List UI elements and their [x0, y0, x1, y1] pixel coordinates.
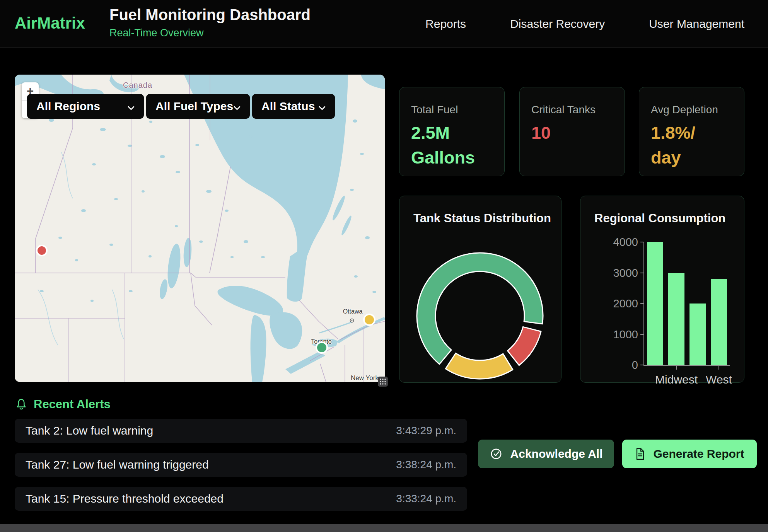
- alert-list-item[interactable]: Tank 27: Low fuel warning triggered 3:38…: [15, 453, 467, 477]
- generate-report-button[interactable]: Generate Report: [622, 440, 757, 468]
- tank-marker-warning[interactable]: [364, 314, 375, 325]
- check-circle-icon: [490, 447, 503, 460]
- chart-title: Regional Consumption: [594, 211, 725, 225]
- bar: [689, 304, 706, 365]
- stat-label: Avg Depletion: [651, 104, 732, 116]
- title-block: Fuel Monitoring Dashboard Real-Time Over…: [109, 6, 311, 39]
- x-axis-tick-label: West: [706, 373, 732, 386]
- bar: [647, 242, 663, 365]
- region-filter-value: All Regions: [36, 100, 100, 113]
- regional-consumption-panel: Regional Consumption 01000200030004000Mi…: [580, 196, 744, 383]
- stat-card-total-fuel: Total Fuel 2.5M Gallons: [399, 87, 505, 176]
- stat-label: Total Fuel: [411, 104, 493, 116]
- regional-consumption-bar-chart: 01000200030004000MidwestWest: [643, 242, 730, 366]
- donut-segment-critical: [507, 327, 541, 365]
- nav-user-management[interactable]: User Management: [649, 17, 744, 31]
- y-axis-tick: [640, 334, 643, 335]
- tank-marker-normal[interactable]: [316, 342, 327, 353]
- stat-value: 10: [531, 121, 613, 145]
- recent-alerts-heading: Recent Alerts: [15, 397, 111, 411]
- grip-dots-icon: [379, 378, 387, 385]
- alert-text: Tank 15: Pressure threshold exceeded: [26, 492, 224, 505]
- x-axis-tick-label: Midwest: [655, 373, 698, 386]
- y-axis-tick: [640, 365, 643, 365]
- stat-value-line1: 2.5M: [411, 121, 493, 145]
- fuel-type-filter-select[interactable]: All Fuel Types: [146, 94, 250, 119]
- ottawa-town-dot: [352, 320, 353, 321]
- stat-value-line2: day: [651, 145, 732, 170]
- fuel-type-filter-value: All Fuel Types: [155, 100, 233, 113]
- map-filters: All Regions All Fuel Types All Status: [27, 94, 335, 119]
- stat-value-line1: 1.8%/: [651, 121, 732, 145]
- country-label: Canada: [123, 81, 152, 89]
- y-axis-tick-label: 0: [632, 359, 638, 372]
- donut-segment-warning: [445, 353, 513, 379]
- main-nav: Reports Disaster Recovery User Managemen…: [425, 0, 744, 48]
- map-resize-handle[interactable]: [378, 377, 388, 387]
- tank-marker-critical[interactable]: [37, 246, 47, 256]
- city-label-ottawa: Ottawa: [343, 308, 363, 315]
- stat-card-avg-depletion: Avg Depletion 1.8%/ day: [639, 87, 744, 176]
- stat-value-line2: Gallons: [411, 145, 493, 170]
- city-label-new-york: New York: [351, 374, 379, 382]
- map-canvas: Canada Ottawa Toronto New York: [15, 75, 385, 382]
- page-title: Fuel Monitoring Dashboard: [109, 6, 311, 24]
- tank-status-panel: Tank Status Distribution: [399, 196, 561, 383]
- nav-reports[interactable]: Reports: [425, 17, 466, 31]
- status-filter-select[interactable]: All Status: [252, 94, 335, 119]
- fuel-map[interactable]: Canada Ottawa Toronto New York + − All R…: [15, 75, 385, 382]
- bar: [711, 279, 727, 365]
- stat-value: 2.5M Gallons: [411, 121, 493, 170]
- alert-list-item[interactable]: Tank 15: Pressure threshold exceeded 3:3…: [15, 487, 467, 511]
- generate-report-label: Generate Report: [653, 447, 744, 460]
- chevron-down-icon: [319, 100, 326, 113]
- y-axis-tick-label: 4000: [613, 236, 638, 249]
- alert-time: 3:43:29 p.m.: [396, 425, 456, 437]
- y-axis-tick-label: 2000: [613, 297, 638, 310]
- recent-alerts-title: Recent Alerts: [34, 397, 111, 411]
- app-header: AirMatrix Fuel Monitoring Dashboard Real…: [0, 0, 768, 48]
- document-icon: [635, 447, 645, 460]
- stat-value-line1: 10: [531, 121, 613, 145]
- y-axis-tick-label: 3000: [613, 266, 638, 279]
- bar: [668, 273, 684, 365]
- alert-time: 3:33:24 p.m.: [396, 493, 456, 505]
- bottom-scroll-bar: [0, 524, 768, 532]
- page-subtitle: Real-Time Overview: [109, 27, 311, 39]
- x-axis-tick: [719, 366, 719, 370]
- alert-text: Tank 2: Low fuel warning: [26, 424, 153, 437]
- status-filter-value: All Status: [261, 100, 315, 113]
- y-axis-tick: [640, 303, 643, 304]
- y-axis-tick: [640, 273, 643, 273]
- chart-title: Tank Status Distribution: [413, 211, 551, 225]
- x-axis-tick: [676, 366, 677, 370]
- stat-value: 1.8%/ day: [651, 121, 732, 170]
- acknowledge-all-label: Acknowledge All: [510, 447, 603, 460]
- acknowledge-all-button[interactable]: Acknowledge All: [478, 440, 614, 468]
- alert-list-item[interactable]: Tank 2: Low fuel warning 3:43:29 p.m.: [15, 419, 467, 443]
- stat-label: Critical Tanks: [531, 104, 613, 116]
- bell-icon: [15, 398, 27, 411]
- y-axis-tick-label: 1000: [613, 328, 638, 341]
- brand-logo: AirMatrix: [15, 14, 85, 32]
- alert-time: 3:38:24 p.m.: [396, 459, 456, 471]
- chevron-down-icon: [234, 100, 241, 113]
- region-filter-select[interactable]: All Regions: [27, 94, 144, 119]
- alert-text: Tank 27: Low fuel warning triggered: [26, 458, 209, 471]
- stat-card-critical-tanks: Critical Tanks 10: [519, 87, 625, 176]
- chevron-down-icon: [128, 100, 135, 113]
- y-axis-tick: [640, 242, 643, 242]
- nav-disaster-recovery[interactable]: Disaster Recovery: [510, 17, 605, 31]
